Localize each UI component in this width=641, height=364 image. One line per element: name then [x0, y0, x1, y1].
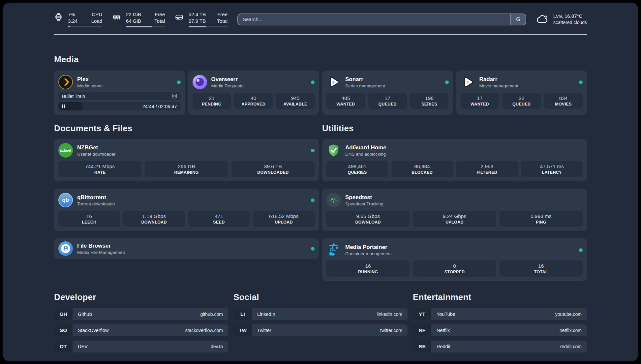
link-name: Github	[78, 312, 92, 317]
app-subtitle: Media File Management	[77, 250, 125, 255]
section-utilities: Utilities AdGuard Home	[322, 123, 587, 281]
filebrowser-icon	[58, 241, 73, 256]
ram-total-label: Total	[154, 18, 165, 24]
app-subtitle: Movie management	[479, 83, 519, 88]
section-title-developer: Developer	[54, 292, 228, 302]
link-github[interactable]: GH Github github.com	[54, 308, 228, 320]
link-url: netflix.com	[560, 328, 582, 333]
app-card-filebrowser[interactable]: File Browser Media File Management	[54, 238, 319, 259]
cpu-usage-value: 7%	[68, 11, 77, 18]
disk-stat: 52.4 TB 97.9 TB Free Total	[175, 11, 228, 27]
stat-latency: 47.571 ms LATENCY	[521, 161, 583, 177]
section-title-media: Media	[54, 54, 587, 65]
status-dot-online	[177, 80, 181, 84]
stat-filtered: 2,953 FILTERED	[456, 161, 518, 177]
link-dev[interactable]: DT DEV dev.to	[54, 341, 228, 352]
search-input[interactable]	[238, 14, 510, 25]
status-dot-online	[311, 149, 315, 152]
app-name: Speedtest	[345, 194, 383, 201]
app-card-plex[interactable]: Plex Media server Bullet Train 24:44 / 0…	[54, 71, 185, 115]
ram-progress-track	[126, 26, 165, 27]
section-social: Social LI LinkedIn linkedin.com TW Twitt…	[233, 292, 408, 352]
status-dot-online	[445, 80, 449, 84]
app-name: Sonarr	[345, 76, 385, 83]
stat-series: 196 SERIES	[410, 93, 449, 109]
link-abbr: SO	[54, 324, 73, 336]
app-subtitle: Container management	[345, 251, 392, 256]
nzbget-icon: nzbget	[58, 143, 73, 158]
link-linkedin[interactable]: LI LinkedIn linkedin.com	[233, 308, 408, 320]
now-playing-row: Bullet Train	[58, 92, 181, 100]
link-abbr: YT	[413, 308, 431, 320]
pause-icon	[62, 105, 63, 108]
app-subtitle: Media server	[77, 83, 103, 88]
section-entertainment: Entertainment YT YouTube youtube.com NF …	[413, 292, 587, 352]
ram-stat: 22 GiB 64 GiB Free Total	[112, 11, 165, 27]
cpu-label: CPU	[91, 11, 102, 18]
app-card-radarr[interactable]: Radarr Movie management 17 WANTED 22 QUE…	[456, 71, 587, 115]
radarr-icon	[461, 75, 475, 89]
link-url: twitter.com	[380, 328, 402, 333]
stat-wanted: 17 WANTED	[461, 93, 499, 109]
section-documents: Documents & Files nzbget NZBGet Usenet d…	[54, 123, 319, 281]
app-subtitle: Media Requests	[211, 83, 244, 88]
link-name: Twitter	[257, 328, 271, 333]
app-name: File Browser	[77, 243, 125, 249]
app-subtitle: Torrent downloader	[77, 201, 115, 206]
link-url: linkedin.com	[377, 312, 402, 317]
status-dot-online	[579, 248, 583, 252]
adguard-icon	[326, 143, 341, 158]
link-name: LinkedIn	[257, 312, 275, 317]
app-name: Overseerr	[211, 76, 244, 83]
app-name: NZBGet	[77, 144, 115, 151]
status-dot-online	[311, 80, 315, 84]
disk-progress-fill	[189, 26, 206, 27]
cpu-progress-track	[68, 26, 102, 27]
ram-free-value: 22 GiB	[126, 11, 141, 18]
stat-approved: 40 APPROVED	[234, 93, 273, 109]
app-subtitle: Speedtest Tracking	[345, 201, 383, 206]
status-dot-online	[579, 80, 583, 84]
stat-queued: 22 QUEUED	[502, 93, 541, 109]
playback-progress-bar[interactable]: 24:44 / 02:06:47	[58, 102, 181, 110]
disk-icon	[175, 13, 184, 21]
link-youtube[interactable]: YT YouTube youtube.com	[413, 308, 587, 320]
search-engine-button[interactable]: G	[510, 14, 526, 25]
stat-queries: 498,461 QUERIES	[326, 161, 388, 177]
stat-running: 16 RUNNING	[326, 260, 410, 277]
stat-upload: 9.24 Gbps UPLOAD	[413, 211, 496, 227]
app-card-adguard[interactable]: AdGuard Home DNS and adblocking 498,461 …	[322, 139, 587, 181]
link-abbr: GH	[54, 308, 73, 320]
app-card-speedtest[interactable]: Speedtest Speedtest Tracking 9.65 Gbps D…	[322, 189, 587, 231]
app-card-overseerr[interactable]: Overseerr Media Requests 21 PENDING 40 A…	[188, 71, 319, 115]
app-card-qbittorrent[interactable]: qb qBittorrent Torrent downloader 16 LEE…	[54, 189, 319, 231]
topbar-divider	[54, 34, 587, 35]
link-url: dev.to	[211, 344, 223, 349]
link-abbr: DT	[54, 341, 73, 352]
app-subtitle: Usenet downloader	[77, 152, 115, 157]
cpu-stat: 7% 3.24 CPU Load	[54, 11, 102, 27]
link-name: DEV	[78, 344, 88, 349]
link-reddit[interactable]: RE Reddit reddit.com	[413, 341, 587, 352]
stat-stopped: 0 STOPPED	[413, 260, 496, 277]
link-url: stackoverflow.com	[185, 328, 223, 333]
plex-icon	[58, 75, 73, 89]
link-stackoverflow[interactable]: SO StackOverflow stackoverflow.com	[54, 324, 228, 336]
cpu-load-value: 3.24	[68, 18, 77, 24]
link-abbr: TW	[233, 324, 252, 336]
media-cards: Plex Media server Bullet Train 24:44 / 0…	[54, 71, 587, 115]
status-dot-online	[311, 247, 315, 251]
link-netflix[interactable]: NF Netflix netflix.com	[413, 324, 587, 336]
app-card-sonarr[interactable]: Sonarr Series management 485 WANTED 17 Q…	[322, 71, 453, 115]
topbar: 7% 3.24 CPU Load	[54, 11, 587, 27]
link-twitter[interactable]: TW Twitter twitter.com	[233, 324, 408, 336]
disk-total-value: 97.9 TB	[189, 18, 206, 24]
app-card-nzbget[interactable]: nzbget NZBGet Usenet downloader 744.21 M…	[54, 139, 319, 181]
cpu-progress-fill	[68, 26, 70, 27]
section-title-entertainment: Entertainment	[413, 292, 587, 302]
ram-total-value: 64 GiB	[126, 18, 141, 24]
disk-progress-track	[189, 26, 228, 27]
cpu-load-label: Load	[91, 18, 102, 24]
stat-ping: 0.993 ms PING	[500, 211, 583, 227]
app-card-portainer[interactable]: Media Portainer Container management 16 …	[322, 238, 587, 281]
